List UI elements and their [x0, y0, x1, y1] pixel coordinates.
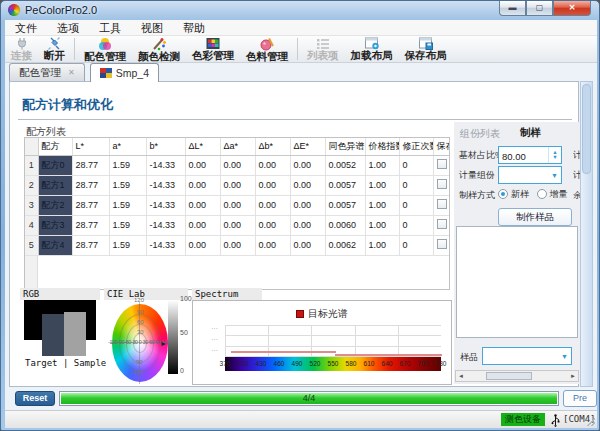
component-label: 计量组份 — [459, 169, 495, 182]
base-ratio-spinner[interactable]: 80.00 ▲▼ — [498, 146, 562, 164]
header-formula[interactable]: 配方 — [38, 138, 72, 155]
scroll-left-icon[interactable]: ◄ — [458, 373, 464, 379]
horizontal-scrollbar[interactable]: ◄ ► — [455, 370, 579, 382]
toolbar-button-save-layout[interactable]: 保存布局 — [399, 36, 453, 62]
title-bar[interactable]: PeColorPro2.0 ▬ ▢ ✕ — [1, 1, 599, 20]
formula-name-cell[interactable]: 配方0 — [38, 155, 72, 175]
method-options: 新样 增量 — [498, 188, 568, 201]
progress-bar: 4/4 — [59, 391, 559, 406]
value-cell: 0.00 — [220, 175, 255, 195]
save-checkbox[interactable] — [437, 179, 447, 189]
formula-row[interactable]: 5配方428.771.59-14.330.000.000.000.000.006… — [25, 235, 450, 255]
scrollbar-thumb[interactable] — [486, 372, 532, 380]
menu-file[interactable]: 文件 — [5, 20, 47, 35]
row-index-cell: 1 — [25, 155, 38, 175]
header-price-index[interactable]: 价格指数 — [365, 138, 399, 155]
sample-color-swatch — [64, 312, 86, 356]
toolbar-label: 配色管理 — [84, 51, 126, 62]
value-cell: 0.00 — [185, 195, 220, 215]
formula-name-cell[interactable]: 配方3 — [38, 215, 72, 235]
header-dE[interactable]: ΔE* — [290, 138, 325, 155]
spectrum-x-tick: 520 — [310, 360, 321, 367]
save-cell — [433, 195, 450, 215]
radio-new-sample-label[interactable]: 新样 — [511, 189, 529, 199]
value-cell: 0 — [399, 175, 433, 195]
save-checkbox[interactable] — [437, 219, 447, 229]
toolbar-button-disconnect[interactable]: 断开 — [38, 36, 71, 62]
save-checkbox[interactable] — [437, 199, 447, 209]
toolbar-button-connect[interactable]: 连接 — [5, 36, 38, 62]
header-b[interactable]: b* — [146, 138, 185, 155]
value-cell: 0 — [399, 155, 433, 175]
scrollbar-thumb[interactable] — [582, 84, 591, 174]
header-metamerism[interactable]: 同色异谱 — [325, 138, 365, 155]
scroll-right-icon[interactable]: ► — [570, 373, 576, 379]
sample-dropdown[interactable]: ▼ — [482, 347, 572, 365]
vertical-scrollbar[interactable] — [580, 81, 593, 387]
value-cell: 0.00 — [290, 195, 325, 215]
reset-button[interactable]: Reset — [15, 391, 55, 406]
toolbar-button-list-items[interactable]: 列表项 — [301, 36, 345, 62]
minimize-button[interactable]: ▬ — [499, 1, 526, 16]
header-correction-count[interactable]: 修正次数 — [399, 138, 433, 155]
radio-increment[interactable] — [537, 189, 547, 199]
legend-color-swatch — [296, 310, 304, 318]
menu-tools[interactable]: 工具 — [89, 20, 131, 35]
close-button[interactable]: ✕ — [553, 1, 591, 16]
header-db[interactable]: Δb* — [255, 138, 290, 155]
value-cell: -14.33 — [146, 235, 185, 255]
tab-close-icon[interactable]: ✕ — [68, 68, 75, 77]
header-save[interactable]: 保存 — [433, 138, 450, 155]
toolbar-button-colorant-manage[interactable]: 色料管理 — [240, 36, 294, 62]
tab-color-matching[interactable]: 配色管理 ✕ — [9, 63, 85, 81]
save-cell — [433, 175, 450, 195]
menu-options[interactable]: 选项 — [47, 20, 89, 35]
toolbar-button-load-layout[interactable]: 加载布局 — [345, 36, 399, 62]
formula-row[interactable]: 1配方028.771.59-14.330.000.000.000.000.005… — [25, 155, 450, 175]
toolbar-button-color-matching[interactable]: 配色管理 — [78, 36, 132, 62]
menu-help[interactable]: 帮助 — [173, 20, 215, 35]
formula-row[interactable]: 4配方328.771.59-14.330.000.000.000.000.006… — [25, 215, 450, 235]
pre-button[interactable]: Pre — [563, 390, 597, 407]
formula-name-cell[interactable]: 配方1 — [38, 175, 72, 195]
formula-row[interactable]: 3配方228.771.59-14.330.000.000.000.000.005… — [25, 195, 450, 215]
save-checkbox[interactable] — [437, 239, 447, 249]
save-checkbox[interactable] — [437, 159, 447, 169]
sample-panel: 组份列表 制样 基材占比% 80.00 ▲▼ 计 计量组份 ▼ 计 制样方式 新… — [454, 122, 580, 384]
value-cell: 1.00 — [365, 195, 399, 215]
toolbar-button-color-manage[interactable]: 色彩管理 — [186, 36, 240, 62]
toolbar-label: 色彩管理 — [192, 50, 234, 61]
header-da[interactable]: Δa* — [220, 138, 255, 155]
spectrum-x-tick: 460 — [274, 360, 285, 367]
formula-row[interactable]: 2配方128.771.59-14.330.000.000.000.000.005… — [25, 175, 450, 195]
make-sample-button[interactable]: 制作样品 — [498, 208, 572, 226]
component-listbox[interactable] — [456, 226, 578, 338]
base-ratio-value[interactable]: 80.00 — [499, 147, 548, 163]
spinner-arrows-icon[interactable]: ▲▼ — [548, 147, 561, 163]
formula-name-cell[interactable]: 配方4 — [38, 235, 72, 255]
radio-new-sample[interactable] — [498, 189, 508, 199]
header-L[interactable]: L* — [72, 138, 109, 155]
maximize-button[interactable]: ▢ — [526, 1, 553, 16]
toolbar-label: 断开 — [44, 50, 65, 61]
radio-increment-label[interactable]: 增量 — [550, 189, 568, 199]
resize-grip[interactable] — [586, 417, 595, 426]
component-dropdown[interactable]: ▼ — [498, 166, 562, 184]
formula-name-cell[interactable]: 配方2 — [38, 195, 72, 215]
value-cell: 0.0052 — [325, 155, 365, 175]
spectrum-x-tick: 700 — [418, 360, 429, 367]
value-cell: 0.00 — [220, 155, 255, 175]
spectrum-x-tick: 640 — [382, 360, 393, 367]
header-a[interactable]: a* — [109, 138, 146, 155]
tab-make-sample[interactable]: 制样 — [520, 126, 541, 140]
lab-panel-title: CIE Lab — [104, 288, 188, 300]
toolbar-button-color-detect[interactable]: 颜色检测 — [132, 36, 186, 62]
value-cell: 1.59 — [109, 235, 146, 255]
header-dL[interactable]: ΔL* — [185, 138, 220, 155]
tab-component-list[interactable]: 组份列表 — [460, 127, 500, 141]
wavelength-color-bar: 370400430460490520550580610640670700730 — [225, 357, 441, 371]
tab-smp4[interactable]: Smp_4 — [90, 63, 159, 82]
value-cell: 0.00 — [255, 195, 290, 215]
clipped-text: 计 — [573, 169, 580, 182]
menu-view[interactable]: 视图 — [131, 20, 173, 35]
